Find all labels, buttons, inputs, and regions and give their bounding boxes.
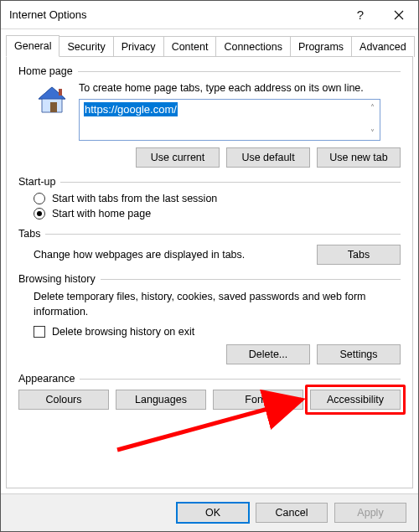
general-tabpanel: Home page To create home page tabs, type… (6, 56, 413, 488)
checkbox-icon (34, 326, 45, 338)
scroll-up-icon[interactable]: ˄ (365, 101, 379, 114)
svg-rect-2 (50, 102, 57, 112)
fonts-button[interactable]: Fonts (213, 390, 303, 410)
group-browsing-history: Browsing history Delete temporary files,… (18, 273, 401, 364)
radio-start-last-session[interactable]: Start with tabs from the last session (34, 193, 401, 204)
tab-security[interactable]: Security (59, 36, 113, 57)
ok-button[interactable]: OK (177, 503, 249, 523)
titlebar: Internet Options ? (1, 1, 418, 29)
legend-homepage: Home page (18, 65, 73, 77)
dialog-footer: OK Cancel Apply (1, 493, 418, 531)
accessibility-button[interactable]: Accessibility (310, 390, 401, 410)
legend-tabs: Tabs (18, 228, 40, 240)
radio-icon (34, 208, 45, 220)
languages-button[interactable]: Languages (116, 390, 206, 410)
tabs-hint: Change how webpages are displayed in tab… (34, 249, 245, 261)
group-homepage: Home page To create home page tabs, type… (18, 65, 401, 168)
group-tabs: Tabs Change how webpages are displayed i… (18, 228, 401, 265)
history-hint: Delete temporary files, history, cookies… (34, 290, 401, 319)
apply-button[interactable]: Apply (334, 503, 406, 523)
group-appearance: Appearance Colours Languages Fonts Acces… (18, 373, 401, 410)
tab-general[interactable]: General (6, 35, 59, 57)
legend-startup: Start-up (18, 176, 55, 188)
cancel-button[interactable]: Cancel (256, 503, 328, 523)
legend-appearance: Appearance (18, 373, 75, 385)
homepage-url-input[interactable]: https://google.com/ ˄ ˅ (79, 99, 380, 141)
use-default-button[interactable]: Use default (226, 147, 310, 168)
internet-options-dialog: Internet Options ? General Security Priv… (0, 0, 419, 532)
homepage-url-value: https://google.com/ (84, 102, 178, 116)
radio-start-home-page[interactable]: Start with home page (34, 208, 401, 220)
history-delete-button[interactable]: Delete... (226, 344, 310, 364)
window-title: Internet Options (9, 8, 341, 21)
radio-icon (34, 193, 45, 204)
home-icon (34, 82, 70, 119)
tab-content[interactable]: Content (163, 36, 217, 57)
close-icon (394, 10, 404, 20)
checkbox-delete-on-exit[interactable]: Delete browsing history on exit (34, 326, 401, 338)
tabstrip: General Security Privacy Content Connect… (1, 29, 418, 56)
colours-button[interactable]: Colours (18, 390, 109, 410)
help-button[interactable]: ? (341, 1, 380, 29)
group-startup: Start-up Start with tabs from the last s… (18, 176, 401, 220)
tab-advanced[interactable]: Advanced (351, 36, 415, 57)
tab-programs[interactable]: Programs (290, 36, 352, 57)
use-current-button[interactable]: Use current (136, 147, 220, 168)
tabs-settings-button[interactable]: Tabs (317, 245, 401, 265)
homepage-hint: To create home page tabs, type each addr… (79, 82, 401, 94)
use-new-tab-button[interactable]: Use new tab (317, 147, 401, 168)
svg-rect-3 (59, 89, 62, 96)
close-button[interactable] (380, 1, 418, 29)
scroll-down-icon[interactable]: ˅ (365, 126, 379, 139)
tab-connections[interactable]: Connections (215, 36, 291, 57)
legend-history: Browsing history (18, 273, 96, 285)
history-settings-button[interactable]: Settings (317, 344, 401, 364)
tab-privacy[interactable]: Privacy (113, 36, 164, 57)
